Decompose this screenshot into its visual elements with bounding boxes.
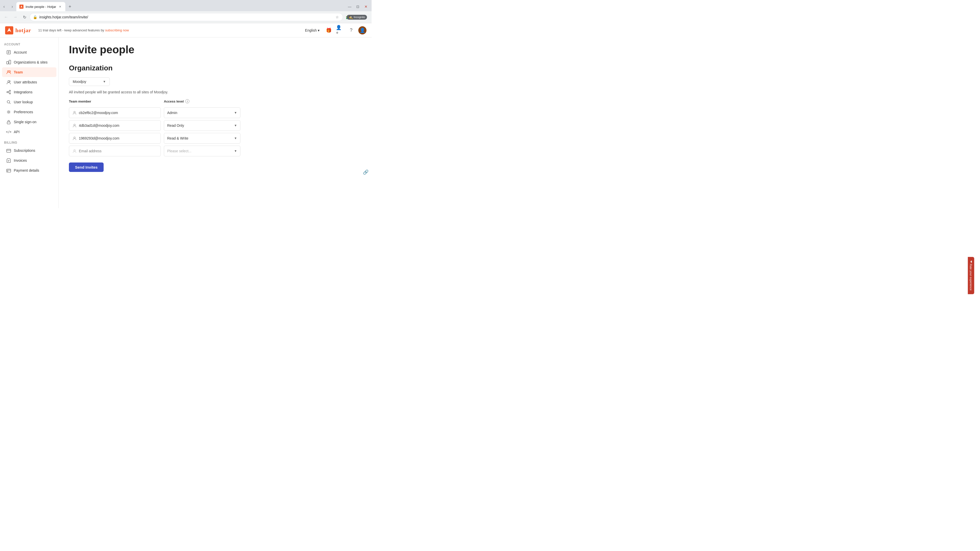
invoices-icon bbox=[6, 158, 11, 163]
access-value-1: Admin bbox=[167, 111, 177, 115]
new-features-icon[interactable]: 🎁 bbox=[325, 26, 333, 35]
email-input-3[interactable] bbox=[69, 133, 161, 144]
email-input-2[interactable] bbox=[69, 120, 161, 131]
user-lookup-icon bbox=[6, 100, 11, 105]
sidebar-item-invoices[interactable]: Invoices bbox=[2, 156, 56, 165]
access-dropdown-3[interactable]: Read & Write ▼ bbox=[164, 133, 240, 144]
bookmark-icon[interactable]: ☆ bbox=[334, 14, 340, 20]
tab-close-btn[interactable]: ✕ bbox=[58, 5, 62, 9]
browser-menu-button[interactable]: ⋮ bbox=[361, 13, 369, 21]
language-selector[interactable]: English ▾ bbox=[303, 27, 321, 33]
preferences-icon bbox=[6, 110, 11, 114]
invite-row-4: Please select... ▼ bbox=[69, 146, 361, 156]
invite-row-1: Admin ▼ bbox=[69, 107, 361, 118]
svg-point-9 bbox=[8, 81, 10, 83]
svg-rect-5 bbox=[6, 62, 8, 64]
sidebar-item-user-attributes[interactable]: User attributes bbox=[2, 77, 56, 87]
svg-point-27 bbox=[7, 171, 8, 171]
email-field-1[interactable] bbox=[79, 111, 158, 115]
minimize-button[interactable]: — bbox=[346, 3, 353, 10]
email-field-3[interactable] bbox=[79, 136, 158, 140]
back-button[interactable]: ← bbox=[2, 13, 10, 21]
sidebar-item-sso[interactable]: Single sign-on bbox=[2, 117, 56, 127]
sidebar-item-preferences[interactable]: Preferences bbox=[2, 107, 56, 117]
svg-line-18 bbox=[10, 103, 11, 104]
user-icon-3 bbox=[72, 136, 77, 141]
lock-icon: 🔒 bbox=[33, 15, 37, 19]
invite-description: All invited people will be granted acces… bbox=[69, 90, 361, 94]
user-avatar[interactable]: 👤 bbox=[358, 26, 366, 35]
sidebar-subscriptions-label: Subscriptions bbox=[14, 148, 35, 152]
svg-point-17 bbox=[7, 100, 10, 103]
page-title: Invite people bbox=[69, 44, 361, 56]
window-controls: — ⊡ ✕ bbox=[346, 3, 372, 10]
sidebar-item-user-lookup[interactable]: User lookup bbox=[2, 97, 56, 107]
help-icon[interactable]: ? bbox=[347, 26, 355, 35]
browser-menu-icons: 🧩 🕵 Incognito ⋮ bbox=[344, 13, 369, 21]
reload-button[interactable]: ↻ bbox=[21, 13, 29, 21]
integrations-icon bbox=[6, 89, 11, 95]
address-bar[interactable]: 🔒 insights.hotjar.com/team/invite/ ☆ bbox=[30, 13, 343, 21]
svg-point-8 bbox=[9, 71, 11, 72]
main-inner: Invite people Organization Moodjoy ▼ All… bbox=[59, 38, 372, 178]
sidebar-item-organizations[interactable]: Organizations & sites bbox=[2, 57, 56, 67]
app-header: hotjar 11 trial days left - keep advance… bbox=[0, 23, 372, 38]
email-field-4[interactable] bbox=[79, 149, 158, 153]
hotjar-logo[interactable]: hotjar bbox=[5, 26, 31, 35]
link-icon[interactable]: 🔗 bbox=[363, 169, 369, 175]
email-field-2[interactable] bbox=[79, 124, 158, 127]
sidebar-sso-label: Single sign-on bbox=[14, 120, 37, 124]
maximize-button[interactable]: ⊡ bbox=[354, 3, 361, 10]
svg-point-29 bbox=[74, 124, 75, 126]
user-icon-1 bbox=[72, 110, 77, 115]
new-tab-button[interactable]: + bbox=[66, 3, 73, 10]
subscriptions-icon bbox=[6, 148, 11, 153]
tab-nav-prev[interactable]: ‹ bbox=[0, 3, 8, 10]
access-value-4: Please select... bbox=[167, 149, 191, 153]
organization-dropdown[interactable]: Moodjoy ▼ bbox=[69, 77, 110, 86]
org-dropdown-chevron: ▼ bbox=[103, 80, 106, 83]
svg-rect-21 bbox=[6, 149, 11, 152]
email-input-4[interactable] bbox=[69, 146, 161, 156]
add-user-icon[interactable]: 👤+ bbox=[336, 26, 344, 35]
invite-row-2: Read Only ▼ bbox=[69, 120, 361, 131]
hotjar-logo-icon bbox=[5, 26, 13, 35]
svg-point-31 bbox=[74, 150, 75, 151]
access-chevron-4: ▼ bbox=[234, 149, 237, 153]
language-label: English bbox=[305, 28, 317, 32]
access-dropdown-1[interactable]: Admin ▼ bbox=[164, 107, 240, 118]
svg-point-19 bbox=[8, 111, 10, 113]
account-icon bbox=[6, 50, 11, 55]
svg-point-14 bbox=[10, 93, 11, 94]
sidebar-account-label: Account bbox=[14, 50, 27, 54]
send-invites-button[interactable]: Send Invites bbox=[69, 162, 103, 172]
sidebar-user-lookup-label: User lookup bbox=[14, 100, 33, 104]
close-button[interactable]: ✕ bbox=[363, 3, 369, 10]
sidebar-item-subscriptions[interactable]: Subscriptions bbox=[2, 146, 56, 156]
email-input-1[interactable] bbox=[69, 107, 161, 118]
access-value-3: Read & Write bbox=[167, 136, 188, 140]
access-level-info-icon[interactable]: i bbox=[185, 99, 189, 103]
access-level-col-label: Access level i bbox=[164, 99, 240, 103]
forward-button[interactable]: → bbox=[11, 13, 19, 21]
sidebar-item-payment[interactable]: Payment details bbox=[2, 165, 56, 175]
app-body: Account Account Organizations & sites bbox=[0, 38, 372, 208]
subscribing-link[interactable]: subscribing now bbox=[105, 28, 129, 32]
svg-point-7 bbox=[7, 71, 9, 72]
active-tab[interactable]: Invite people - Hotjar ✕ bbox=[16, 2, 65, 11]
profile-icon[interactable]: 🕵 Incognito bbox=[353, 13, 361, 21]
main-content: Invite people Organization Moodjoy ▼ All… bbox=[59, 38, 372, 208]
access-dropdown-2[interactable]: Read Only ▼ bbox=[164, 120, 240, 131]
sidebar-item-team[interactable]: Team bbox=[2, 67, 56, 77]
sidebar-item-api[interactable]: </> API bbox=[2, 127, 56, 137]
user-icon-2 bbox=[72, 123, 77, 128]
address-bar-row: ← → ↻ 🔒 insights.hotjar.com/team/invite/… bbox=[0, 11, 372, 23]
sidebar-item-account[interactable]: Account bbox=[2, 48, 56, 57]
svg-point-13 bbox=[10, 90, 11, 92]
svg-rect-20 bbox=[7, 122, 10, 124]
access-dropdown-4[interactable]: Please select... ▼ bbox=[164, 146, 240, 156]
tab-nav-next[interactable]: › bbox=[9, 3, 16, 10]
team-icon bbox=[6, 70, 11, 75]
sidebar-item-integrations[interactable]: Integrations bbox=[2, 87, 56, 97]
url-display: insights.hotjar.com/team/invite/ bbox=[39, 15, 332, 19]
